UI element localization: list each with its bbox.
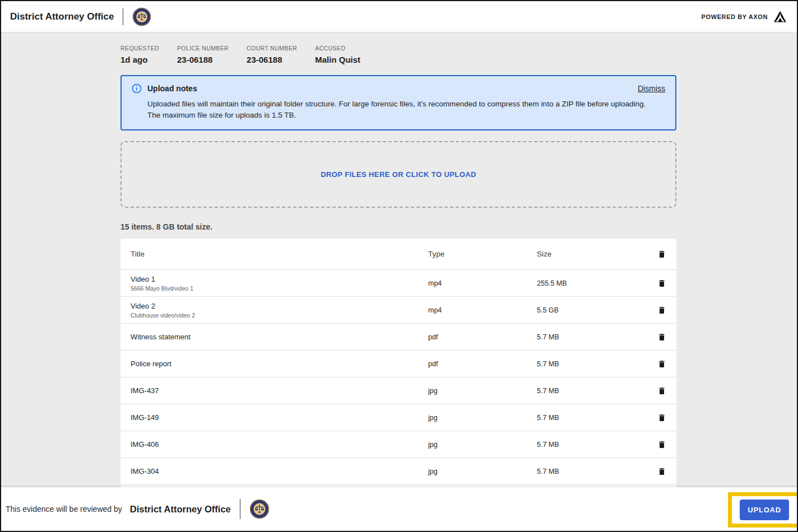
table-row: IMG-149jpg5.7 MB [120,404,676,431]
file-title: IMG-406 [131,440,428,449]
upload-notes-title: Upload notes [147,84,197,93]
footer-org-name: District Attorney Office [130,504,231,515]
file-size: 5.7 MB [537,387,647,395]
case-meta-row: REQUESTED1d agoPOLICE NUMBER23-06188COUR… [120,45,676,64]
meta-field: REQUESTED1d ago [120,45,159,64]
delete-cell [647,412,667,424]
trash-icon [657,278,666,288]
delete-cell [647,385,667,397]
file-size: 5.7 MB [537,414,647,422]
file-title-cell: IMG-437 [131,386,428,395]
file-type: jpg [428,414,537,422]
meta-label: COURT NUMBER [247,45,297,52]
table-body: Video 15666 Mayo Blvd/video 1mp4255.5 MB… [120,270,676,485]
delete-file-button[interactable] [656,277,667,290]
district-attorney-seal-icon [249,499,270,519]
meta-value: 23-06188 [177,55,229,64]
delete-file-button[interactable] [656,465,667,478]
file-title-cell: IMG-149 [131,413,428,422]
file-title-cell: Witness statement [131,333,428,341]
file-title: Police report [131,360,428,368]
file-size: 5.5 GB [537,306,647,314]
header-right: POWERED BY AXON [702,11,787,23]
upload-button[interactable]: UPLOAD [740,500,789,520]
delete-file-button[interactable] [656,385,667,397]
file-size: 5.7 MB [537,441,647,449]
file-title: IMG-304 [131,467,428,475]
district-attorney-seal-icon [132,7,151,26]
meta-field: COURT NUMBER23-06188 [247,45,297,64]
delete-cell [647,438,667,451]
trash-icon [657,305,666,315]
table-header-row: Title Type Size [120,239,676,270]
meta-value: 23-06188 [247,55,297,64]
file-title: Video 2 [131,302,428,310]
delete-file-button[interactable] [656,358,667,370]
file-size: 5.7 MB [537,468,647,475]
delete-cell [647,331,667,343]
dismiss-link[interactable]: Dismiss [638,84,665,93]
meta-label: ACCUSED [315,45,360,52]
delete-file-button[interactable] [656,304,667,316]
trash-icon [657,249,666,259]
file-title: Witness statement [131,333,428,341]
file-type: mp4 [428,306,537,314]
file-type: pdf [428,360,537,368]
file-title-cell: IMG-406 [131,440,428,449]
org-title: District Attorney Office [10,11,114,22]
powered-by-label: POWERED BY AXON [702,13,768,20]
content-area: REQUESTED1d agoPOLICE NUMBER23-06188COUR… [1,32,797,487]
file-title-cell: Police report [131,360,428,368]
file-type: pdf [428,333,537,341]
delete-file-button[interactable] [656,438,667,451]
delete-cell [647,304,667,316]
table-row: IMG-406jpg5.7 MB [120,431,676,458]
file-size: 255.5 MB [537,279,647,287]
trash-icon [657,386,666,396]
footer-divider [240,499,240,519]
delete-file-button[interactable] [656,331,667,343]
trash-icon [657,332,666,342]
column-title: Title [131,250,428,258]
table-row: IMG-437jpg5.7 MB [120,377,676,404]
file-title-cell: Video 2Clubhouse video/video 2 [131,302,428,319]
table-row: Police reportpdf5.7 MB [120,351,676,377]
file-title-cell: Video 15666 Mayo Blvd/video 1 [131,275,428,292]
files-table: Title Type Size Video 15666 Mayo Blvd/vi… [120,239,676,487]
evidence-upload-page: District Attorney Office POWERED BY AXON… [0,0,798,532]
file-title-cell: IMG-304 [131,467,428,475]
table-row: Video 15666 Mayo Blvd/video 1mp4255.5 MB [120,270,676,297]
file-path: Clubhouse video/video 2 [131,312,428,319]
file-type: jpg [428,387,537,395]
trash-icon [657,359,666,369]
file-type: mp4 [428,279,537,287]
file-size: 5.7 MB [537,333,647,341]
table-row: Video 2Clubhouse video/video 2mp45.5 GB [120,297,676,324]
delete-cell [647,465,667,478]
upload-notes-banner: Upload notes Dismiss Uploaded files will… [120,75,676,130]
meta-label: REQUESTED [120,45,159,52]
column-size: Size [537,250,647,258]
upload-notes-body: Uploaded files will maintain their origi… [132,99,658,121]
table-row: Witness statementpdf5.7 MB [120,324,676,351]
file-path: 5666 Mayo Blvd/video 1 [131,285,428,292]
delete-all-button[interactable] [656,248,667,260]
trash-icon [657,413,666,423]
items-summary: 15 items. 8 GB total size. [120,222,676,231]
meta-value: 1d ago [120,55,159,64]
table-row: IMG-304jpg5.7 MB [120,458,676,485]
file-type: jpg [428,468,537,475]
delete-file-button[interactable] [656,412,667,424]
meta-label: POLICE NUMBER [177,45,229,52]
file-title: Video 1 [131,275,428,283]
axon-delta-icon [773,11,787,23]
file-type: jpg [428,441,537,449]
header-divider [123,8,123,25]
file-title: IMG-149 [131,413,428,422]
column-type: Type [428,250,537,258]
file-dropzone[interactable]: DROP FILES HERE OR CLICK TO UPLOAD [120,141,676,208]
trash-icon [657,466,666,477]
delete-cell [647,358,667,370]
file-size: 5.7 MB [537,360,647,368]
delete-cell [647,277,667,290]
